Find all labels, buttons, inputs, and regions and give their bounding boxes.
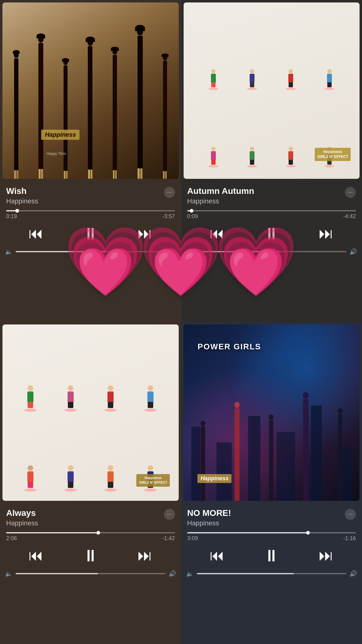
time-remaining-always: -1:42: [162, 535, 175, 542]
volume-high-icon-nomore: 🔊: [349, 570, 357, 577]
track-info-autumn: Autumn Autumn Happiness: [181, 181, 260, 208]
time-labels-always: 2:06 -1:42: [6, 535, 175, 542]
track-title-always: Always: [6, 508, 38, 518]
controls-wish: ⏮ ⏸ ⏭: [0, 222, 181, 247]
time-current-nomore: 3:09: [187, 535, 198, 542]
player-card-always: HappinessGIRLZ N' EFFECT Always Happines…: [0, 322, 181, 644]
pause-button-always[interactable]: ⏸: [82, 547, 99, 564]
album-badge-always: HappinessGIRLZ N' EFFECT: [136, 474, 169, 487]
time-current-wish: 0:19: [6, 213, 17, 220]
track-title-wish: Wish: [6, 186, 38, 196]
volume-low-icon-autumn: 🔈: [186, 248, 194, 255]
track-info-row-nomore: NO MORE! Happiness ···: [181, 503, 362, 530]
time-remaining-nomore: -1:16: [343, 535, 356, 542]
album-art-autumn: HappinessGIRLZ N' EFFECT: [184, 2, 360, 179]
volume-high-icon-autumn: 🔊: [349, 248, 357, 255]
time-labels-autumn: 0:09 -4:42: [187, 213, 356, 220]
track-info-row-autumn: Autumn Autumn Happiness ···: [181, 181, 362, 208]
forward-button-nomore[interactable]: ⏭: [319, 548, 333, 563]
progress-section-nomore: 3:09 -1:16: [181, 530, 362, 544]
track-info-wish: Wish Happiness: [0, 181, 44, 208]
volume-fill-autumn: [197, 251, 279, 252]
volume-bar-autumn[interactable]: [197, 251, 347, 252]
rewind-button-autumn[interactable]: ⏮: [210, 226, 224, 241]
pause-button-wish[interactable]: ⏸: [82, 225, 99, 242]
controls-nomore: ⏮ ⏸ ⏭: [181, 544, 362, 569]
volume-high-icon-always: 🔊: [169, 570, 176, 577]
player-card-autumn: HappinessGIRLZ N' EFFECT Autumn Autumn H…: [181, 0, 362, 322]
time-current-autumn: 0:09: [187, 213, 198, 220]
rewind-button-wish[interactable]: ⏮: [29, 226, 43, 241]
album-badge-nomore: Happiness: [197, 474, 232, 483]
player-card-nomore: POWER GIRLS Happiness NO MORE! Happiness…: [181, 322, 362, 644]
volume-section-nomore: 🔈 🔊: [181, 569, 362, 582]
volume-bar-always[interactable]: [16, 573, 165, 574]
time-labels-nomore: 3:09 -1:16: [187, 535, 356, 542]
progress-fill-always: [6, 532, 99, 533]
track-info-always: Always Happiness: [0, 503, 44, 530]
volume-fill-nomore: [197, 573, 294, 574]
volume-low-icon-nomore: 🔈: [186, 570, 194, 577]
track-artist-always: Happiness: [6, 519, 38, 527]
progress-section-wish: 0:19 -3:57: [0, 208, 181, 222]
track-artist-autumn: Happiness: [187, 197, 254, 205]
progress-bar-wish[interactable]: [6, 210, 175, 211]
controls-always: ⏮ ⏸ ⏭: [0, 544, 181, 569]
progress-section-always: 2:06 -1:42: [0, 530, 181, 544]
forward-button-wish[interactable]: ⏭: [138, 226, 152, 241]
album-badge-autumn: HappinessGIRLZ N' EFFECT: [315, 148, 351, 161]
rewind-button-always[interactable]: ⏮: [29, 548, 43, 563]
volume-section-wish: 🔈 🔊: [0, 247, 181, 260]
volume-low-icon-wish: 🔈: [5, 248, 13, 255]
progress-bar-always[interactable]: [6, 532, 175, 533]
volume-bar-nomore[interactable]: [197, 573, 347, 574]
track-info-nomore: NO MORE! Happiness: [181, 503, 237, 530]
volume-fill-always: [16, 573, 98, 574]
progress-bar-autumn[interactable]: [187, 210, 356, 211]
album-top-label-nomore: POWER GIRLS: [197, 342, 261, 351]
album-sub-wish: Happy Time: [46, 151, 66, 156]
track-title-autumn: Autumn Autumn: [187, 186, 254, 196]
album-badge-wish: Happiness: [41, 130, 80, 140]
track-info-row-wish: Wish Happiness ···: [0, 181, 181, 208]
progress-section-autumn: 0:09 -4:42: [181, 208, 362, 222]
progress-fill-autumn: [187, 210, 192, 211]
more-button-autumn[interactable]: ···: [345, 187, 356, 198]
rewind-button-nomore[interactable]: ⏮: [210, 548, 224, 563]
pause-button-nomore[interactable]: ⏸: [263, 547, 280, 564]
time-remaining-autumn: -4:42: [343, 213, 356, 220]
forward-button-autumn[interactable]: ⏭: [319, 226, 333, 241]
track-info-row-always: Always Happiness ···: [0, 503, 181, 530]
more-button-nomore[interactable]: ···: [345, 509, 356, 520]
progress-bar-nomore[interactable]: [187, 532, 356, 533]
volume-bar-wish[interactable]: [16, 251, 165, 252]
track-artist-nomore: Happiness: [187, 519, 231, 527]
controls-autumn: ⏮ ⏸ ⏭: [181, 222, 362, 247]
volume-high-icon-wish: 🔊: [169, 248, 176, 255]
volume-fill-wish: [16, 251, 106, 252]
time-remaining-wish: -3:57: [162, 213, 175, 220]
album-art-always: HappinessGIRLZ N' EFFECT: [2, 324, 179, 501]
more-button-always[interactable]: ···: [164, 509, 175, 520]
volume-section-always: 🔈 🔊: [0, 569, 181, 582]
track-artist-wish: Happiness: [6, 197, 38, 205]
album-art-nomore: POWER GIRLS Happiness: [184, 324, 360, 501]
time-current-always: 2:06: [6, 535, 17, 542]
volume-section-autumn: 🔈 🔊: [181, 247, 362, 260]
more-button-wish[interactable]: ···: [164, 187, 175, 198]
player-card-wish: Happiness Happy Time Wish Happiness ··· …: [0, 0, 181, 322]
album-art-wish: Happiness Happy Time: [2, 2, 179, 179]
forward-button-always[interactable]: ⏭: [138, 548, 152, 563]
volume-low-icon-always: 🔈: [5, 570, 13, 577]
time-labels-wish: 0:19 -3:57: [6, 213, 175, 220]
music-player-grid: Happiness Happy Time Wish Happiness ··· …: [0, 0, 362, 644]
progress-fill-wish: [6, 210, 18, 211]
pause-button-autumn[interactable]: ⏸: [263, 225, 280, 242]
progress-fill-nomore: [187, 532, 309, 533]
track-title-nomore: NO MORE!: [187, 508, 231, 518]
